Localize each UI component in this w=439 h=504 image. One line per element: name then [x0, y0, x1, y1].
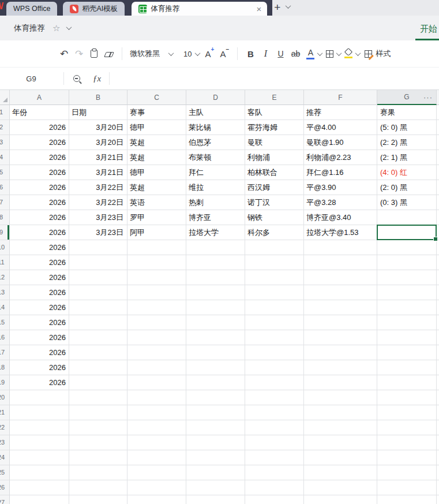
cell-date[interactable]: [69, 360, 127, 375]
cell-away-team[interactable]: [245, 240, 304, 255]
row-header[interactable]: 1: [0, 105, 10, 120]
cell-recommendation[interactable]: [304, 435, 377, 450]
underline-button[interactable]: U: [273, 46, 288, 62]
cell-home-team[interactable]: 布莱顿: [186, 150, 245, 165]
cell-league[interactable]: 罗甲: [127, 210, 186, 225]
cell-home-team[interactable]: [186, 450, 245, 465]
fill-color-chevron-icon[interactable]: [355, 50, 361, 56]
cell-year[interactable]: 2026: [10, 210, 69, 225]
cell-home-team[interactable]: [186, 480, 245, 495]
cell-date[interactable]: [69, 480, 127, 495]
cell-year[interactable]: [10, 495, 69, 504]
cell-result[interactable]: (2: 1) 黑: [377, 150, 437, 165]
cell-year[interactable]: [10, 465, 69, 480]
cell-home-team[interactable]: [186, 375, 245, 390]
title-chevron-icon[interactable]: [66, 24, 72, 30]
cell-recommendation[interactable]: [304, 345, 377, 360]
cell-home-team[interactable]: [186, 360, 245, 375]
cell-date[interactable]: [69, 375, 127, 390]
cell-date[interactable]: [69, 465, 127, 480]
cell-date[interactable]: 3月23日: [69, 210, 127, 225]
increase-font-button[interactable]: A+: [202, 46, 217, 62]
cell-date[interactable]: 3月21日: [69, 150, 127, 165]
cell-recommendation[interactable]: [304, 390, 377, 405]
cell-date[interactable]: 3月21日: [69, 165, 127, 180]
row-header[interactable]: 15: [0, 315, 10, 330]
row-header[interactable]: 13: [0, 285, 10, 300]
row-header[interactable]: 11: [0, 255, 10, 270]
favorite-star-icon[interactable]: ☆: [52, 23, 60, 33]
cell-date[interactable]: 3月23日: [69, 225, 127, 240]
cell-recommendation[interactable]: [304, 300, 377, 315]
cell-league[interactable]: 英超: [127, 135, 186, 150]
cell-recommendation[interactable]: [304, 375, 377, 390]
row-header[interactable]: 27: [0, 495, 10, 504]
cell-result[interactable]: (5: 0) 黑: [377, 120, 437, 135]
cell-home-team[interactable]: 拉塔大学: [186, 225, 245, 240]
cell-league[interactable]: 赛事: [127, 105, 186, 120]
cell-league[interactable]: 德甲: [127, 120, 186, 135]
cell-home-team[interactable]: [186, 390, 245, 405]
cell-result[interactable]: (2: 2) 黑: [377, 135, 437, 150]
cell-result[interactable]: [377, 225, 437, 240]
cell-result[interactable]: (0: 3) 黑: [377, 195, 437, 210]
cell-away-team[interactable]: 客队: [245, 105, 304, 120]
cell-recommendation[interactable]: 博齐亚@3.40: [304, 210, 377, 225]
cell-result[interactable]: [377, 405, 437, 420]
cell-away-team[interactable]: [245, 315, 304, 330]
cell-league[interactable]: [127, 480, 186, 495]
cell-result[interactable]: 赛果: [377, 105, 437, 120]
tab-list-chevron-icon[interactable]: [286, 3, 291, 9]
cell-home-team[interactable]: [186, 285, 245, 300]
cell-result[interactable]: [377, 360, 437, 375]
cell-away-team[interactable]: [245, 330, 304, 345]
close-tab-icon[interactable]: ×: [255, 5, 262, 13]
cell-result[interactable]: [377, 465, 437, 480]
bold-button[interactable]: B: [243, 46, 258, 62]
row-header[interactable]: 21: [0, 405, 10, 420]
cell-away-team[interactable]: [245, 285, 304, 300]
font-family-select[interactable]: 微软雅黑: [127, 48, 175, 59]
cell-league[interactable]: [127, 315, 186, 330]
cell-year[interactable]: 2026: [10, 330, 69, 345]
cell-league[interactable]: 英超: [127, 180, 186, 195]
cell-year[interactable]: 2026: [10, 195, 69, 210]
cell-recommendation[interactable]: [304, 285, 377, 300]
cell-year[interactable]: 2026: [10, 150, 69, 165]
cell-away-team[interactable]: 钢铁: [245, 210, 304, 225]
column-header-b[interactable]: B: [69, 90, 127, 105]
cell-date[interactable]: [69, 420, 127, 435]
cell-date[interactable]: [69, 390, 127, 405]
row-header[interactable]: 26: [0, 480, 10, 495]
cell-home-team[interactable]: 莱比锡: [186, 120, 245, 135]
cell-result[interactable]: [377, 330, 437, 345]
row-header[interactable]: 22: [0, 420, 10, 435]
cell-year[interactable]: 2026: [10, 120, 69, 135]
cell-league[interactable]: [127, 420, 186, 435]
font-size-select[interactable]: 10: [181, 50, 202, 58]
cell-recommendation[interactable]: 推荐: [304, 105, 377, 120]
row-header[interactable]: 19: [0, 375, 10, 390]
cell-result[interactable]: [377, 315, 437, 330]
cell-league[interactable]: [127, 285, 186, 300]
cell-league[interactable]: [127, 240, 186, 255]
cell-league[interactable]: [127, 435, 186, 450]
cell-home-team[interactable]: [186, 240, 245, 255]
cell-home-team[interactable]: 热刺: [186, 195, 245, 210]
column-header-e[interactable]: E: [245, 90, 304, 105]
cell-result[interactable]: (2: 0) 黑: [377, 180, 437, 195]
cell-home-team[interactable]: [186, 270, 245, 285]
cell-result[interactable]: [377, 345, 437, 360]
cell-home-team[interactable]: 博齐亚: [186, 210, 245, 225]
cell-recommendation[interactable]: [304, 330, 377, 345]
cell-year[interactable]: 年份: [10, 105, 69, 120]
cell-recommendation[interactable]: [304, 450, 377, 465]
cell-league[interactable]: 英超: [127, 150, 186, 165]
cell-league[interactable]: [127, 360, 186, 375]
row-header[interactable]: 24: [0, 450, 10, 465]
cell-home-team[interactable]: 伯恩茅: [186, 135, 245, 150]
cell-date[interactable]: 3月22日: [69, 195, 127, 210]
cell-year[interactable]: [10, 450, 69, 465]
row-header[interactable]: 18: [0, 360, 10, 375]
cell-league[interactable]: [127, 405, 186, 420]
